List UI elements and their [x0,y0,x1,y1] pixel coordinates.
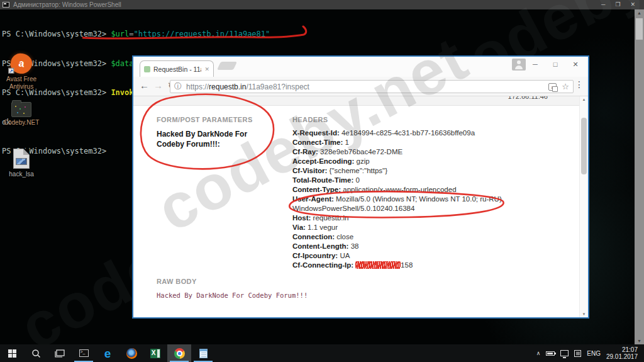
requestbin-favicon [144,66,150,72]
clock-date: 29.01.2017 [606,353,638,360]
folder-icon [11,102,31,117]
scroll-up-icon[interactable]: ▲ [635,11,644,15]
translate-icon[interactable]: a [548,83,557,91]
tab-title: RequestBin - 11a9ae81 [153,65,201,73]
back-icon[interactable]: ← [140,80,149,91]
taskbar-firefox-button[interactable] [119,344,143,362]
form-post-parameter-value: Hacked By DarkNode For Codeby Forum!!!: [157,129,276,149]
scroll-down-icon[interactable]: ▼ [635,339,644,343]
header-row: Connect-Time: 1 [292,138,522,147]
header-row: Cf-Visitor: {"scheme":"https"} [292,166,522,176]
chrome-menu-icon[interactable]: ⋮ [575,79,584,89]
desktop-icon-hack-lsa[interactable]: hack_lsa [1,149,42,178]
tab-strip: RequestBin - 11a9ae81 ✕ ─ □ ✕ [133,57,588,77]
header-row-redacted-ip: Cf-Connecting-Ip:158 [292,261,522,270]
command-prompt-icon [79,349,89,357]
header-row: Content-Type: application/x-www-form-url… [292,185,522,195]
scroll-down-icon[interactable]: ▼ [580,312,588,316]
url-text[interactable]: https://requestb.in/11a9ae81?inspect [186,82,548,91]
chrome-window[interactable]: RequestBin - 11a9ae81 ✕ ─ □ ✕ ← → ↻ ⓘ ht… [132,55,589,319]
header-row: Total-Route-Time: 0 [292,176,522,185]
scroll-up-icon[interactable]: ▲ [580,98,588,101]
console-icon [3,2,9,8]
ps-minimize-button[interactable]: ─ [601,0,605,9]
header-row: Connection: close [292,232,522,242]
address-bar[interactable]: ⓘ https://requestb.in/11a9ae81?inspect a… [170,80,574,93]
new-tab-button[interactable] [217,62,237,70]
search-icon [31,349,41,358]
shortcut-arrow-icon: ↗ [8,68,14,74]
windows-logo-icon [8,349,16,358]
raw-body-value: Hacked By DarkNode For Codeby Forum!!! [157,291,308,299]
info-icon[interactable]: ⓘ [174,81,182,92]
scroll-thumb[interactable] [581,118,587,174]
header-row: Host: requestb.in [292,213,522,223]
avast-icon: a↗ [9,52,33,75]
tab-requestbin[interactable]: RequestBin - 11a9ae81 ✕ [140,60,214,77]
page-content: 172.66.11.46 FORM/POST PARAMETERS Hacked… [133,96,588,317]
header-row: Accept-Encoding: gzip [292,157,522,166]
headers-list: X-Request-Id: 4e184994-c825-4c31-bb77-16… [292,128,522,270]
firefox-icon [126,348,137,359]
battery-icon[interactable] [546,351,555,356]
task-view-button[interactable] [48,344,72,362]
ps-maximize-button[interactable]: ❐ [615,0,620,9]
network-icon[interactable] [560,350,569,356]
taskbar-chrome-button[interactable] [167,344,191,362]
clipped-row: 172.66.11.46 [133,96,588,106]
edge-icon: e [104,348,111,359]
header-row: Via: 1.1 vegur [292,223,522,232]
language-indicator[interactable]: ENG [587,350,601,357]
desktop-screen: Администратор: Windows PowerShell ─ ❐ ✕ … [0,0,644,362]
chrome-close-button[interactable]: ✕ [565,57,586,72]
powershell-title: Администратор: Windows PowerShell [13,1,121,8]
header-row: Cf-Ray: 328e9eb76bac4e72-DME [292,147,522,157]
header-row: X-Request-Id: 4e184994-c825-4c31-bb77-16… [292,128,522,138]
header-row: Content-Length: 38 [292,242,522,251]
bookmark-star-icon[interactable]: ☆ [562,82,569,91]
redaction-scribble [355,261,401,269]
desktop-icon-avast[interactable]: a↗ Avast FreeAntivirus [1,54,42,91]
powershell-scrollbar[interactable]: ▲ ▼ [635,9,644,344]
taskbar-notepad-button[interactable] [191,344,215,362]
taskbar-clock[interactable]: 21:07 29.01.2017 [606,346,640,360]
start-button[interactable] [0,344,24,362]
powershell-titlebar[interactable]: Администратор: Windows PowerShell ─ ❐ ✕ [0,0,644,9]
browser-toolbar: ← → ↻ ⓘ https://requestb.in/11a9ae81?ins… [133,77,588,96]
form-post-parameters-heading: FORM/POST PARAMETERS [157,116,253,123]
chrome-minimize-button[interactable]: ─ [525,57,545,72]
chrome-icon [174,348,185,359]
forward-icon[interactable]: → [153,80,163,91]
desktop-icon-codeby[interactable]: Codeby.NET [1,102,42,127]
task-view-icon [55,349,65,358]
page-scrollbar[interactable]: ▲ ▼ [579,96,588,317]
excel-icon [150,349,160,358]
action-center-icon[interactable] [574,350,581,357]
search-button[interactable] [24,344,48,362]
profile-avatar-button[interactable] [512,59,526,71]
taskbar-powershell-button[interactable] [72,344,96,362]
ps-close-button[interactable]: ✕ [630,0,635,9]
chrome-maximize-button[interactable]: □ [545,57,565,72]
scroll-thumb[interactable] [636,18,643,40]
header-row: Cf-Ipcountry: UA [292,251,522,261]
tray-chevron-icon[interactable]: ∧ [536,350,541,356]
console-line: PS C:\Windows\system32> $url="https://re… [2,30,631,40]
headers-heading: HEADERS [292,116,328,123]
notepad-icon [199,349,208,358]
image-file-icon [13,149,30,169]
header-row-user-agent: User-Agent: Mozilla/5.0 (Windows NT; Win… [292,195,522,213]
clipped-ip-text: 172.66.11.46 [508,96,548,100]
taskbar-edge-button[interactable]: e [96,344,119,362]
taskbar: e ∧ ENG 21:07 29.01.2017 [0,344,644,362]
raw-body-heading: RAW BODY [157,278,197,285]
tab-close-icon[interactable]: ✕ [204,66,209,72]
clock-time: 21:07 [606,346,638,353]
system-tray: ∧ ENG 21:07 29.01.2017 [536,344,644,362]
taskbar-excel-button[interactable] [143,344,167,362]
